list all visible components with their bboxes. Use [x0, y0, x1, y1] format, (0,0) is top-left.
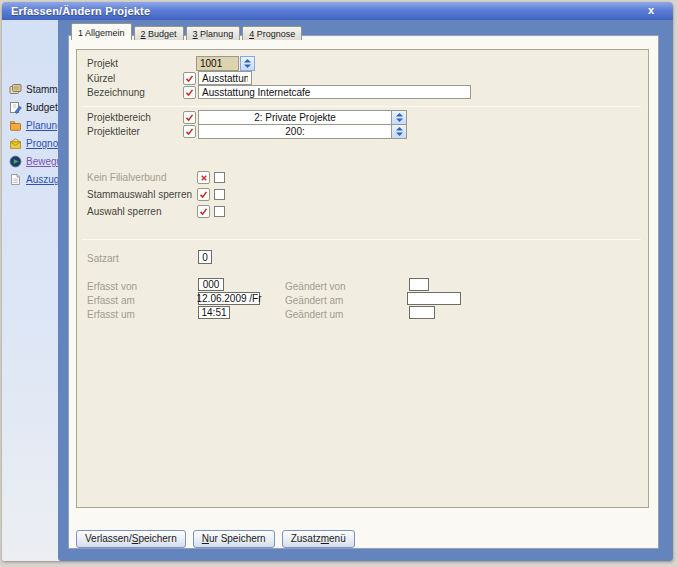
projektbereich-spinner[interactable] [391, 111, 406, 124]
check-icon [185, 127, 194, 136]
bezeichnung-input[interactable] [198, 85, 471, 99]
button-label: Verlassen/ [85, 533, 132, 544]
button-label: ur Speichern [209, 533, 266, 544]
budget-icon [9, 101, 22, 114]
kein-filialverbund-validate-button[interactable] [197, 171, 210, 184]
planung-icon [9, 119, 22, 132]
geaendert-um-label: Geändert um [285, 309, 343, 320]
titlebar: Erfassen/Ändern Projekte x [2, 2, 673, 20]
tab-label: Budget [146, 29, 177, 39]
geaendert-am-value [407, 292, 461, 305]
zusatzmenu-button[interactable]: Zusatzmenü [282, 530, 355, 548]
kein-filialverbund-label: Kein Filialverbund [87, 172, 167, 183]
satzart-label: Satzart [87, 253, 119, 264]
tab-strip: 1 Allgemein 2 Budget 3 Planung 4 Prognos… [71, 22, 304, 40]
separator [82, 239, 641, 240]
projekt-input[interactable] [196, 56, 239, 71]
satzart-value: 0 [198, 250, 212, 264]
tab-label: Prognose [254, 29, 295, 39]
geaendert-um-value [409, 306, 435, 319]
window-body: Stammblatt Budget Planung Prognose Beweg… [2, 20, 673, 561]
window-title: Erfassen/Ändern Projekte [2, 5, 150, 17]
tab-prognose[interactable]: 4 Prognose [242, 26, 302, 40]
app-window: Erfassen/Ändern Projekte x Stammblatt Bu… [2, 2, 673, 561]
tab-content-allgemein: Projekt Kürzel [68, 35, 659, 549]
button-row: Verlassen/Speichern Nur Speichern Zusatz… [76, 530, 355, 548]
stammauswahl-sperren-checkbox[interactable] [214, 189, 225, 200]
erfasst-am-label: Erfasst am [87, 295, 135, 306]
kuerzel-input[interactable] [198, 71, 252, 85]
tab-budget[interactable]: 2 Budget [134, 26, 184, 40]
erfasst-von-label: Erfasst von [87, 281, 137, 292]
button-label: enü [329, 533, 346, 544]
button-mnemonic: m [321, 533, 329, 544]
geaendert-von-label: Geändert von [285, 281, 346, 292]
verlassen-speichern-button[interactable]: Verlassen/Speichern [76, 530, 186, 548]
invalid-x-icon [200, 174, 208, 182]
sidebar-item-planung[interactable]: Planung [9, 119, 63, 132]
nur-speichern-button[interactable]: Nur Speichern [193, 530, 275, 548]
sidebar-item-budget[interactable]: Budget [9, 101, 58, 114]
sidebar-item-auszug[interactable]: Auszug [9, 173, 59, 186]
geaendert-von-value [409, 278, 429, 291]
main-frame: 1 Allgemein 2 Budget 3 Planung 4 Prognos… [58, 20, 673, 561]
check-icon [185, 74, 194, 83]
stammblatt-icon [9, 83, 22, 96]
separator [82, 106, 641, 107]
button-label: Zusatz [291, 533, 321, 544]
kuerzel-label: Kürzel [87, 73, 115, 84]
projektbereich-validate-button[interactable] [183, 111, 196, 124]
erfasst-von-value: 000 [198, 278, 224, 291]
tab-label: Planung [198, 29, 234, 39]
prognose-icon [9, 137, 22, 150]
geaendert-am-label: Geändert am [285, 295, 343, 306]
projektbereich-value: 2: Private Projekte [199, 111, 391, 124]
auswahl-sperren-label: Auswahl sperren [87, 206, 161, 217]
auszug-icon [9, 173, 22, 186]
projektleiter-spinner[interactable] [391, 125, 406, 138]
projektleiter-value: 200: [199, 125, 391, 138]
sidebar: Stammblatt Budget Planung Prognose Beweg… [2, 20, 58, 561]
button-label: peichern [138, 533, 176, 544]
spinner-arrows-icon [244, 59, 251, 68]
bewegung-icon [9, 155, 22, 168]
auswahl-sperren-validate-button[interactable] [197, 205, 210, 218]
projektleiter-label: Projektleiter [87, 126, 140, 137]
auswahl-sperren-checkbox[interactable] [214, 206, 225, 217]
stammauswahl-sperren-label: Stammauswahl sperren [87, 189, 192, 200]
projekt-label: Projekt [87, 58, 118, 69]
tab-label: Allgemein [83, 28, 125, 38]
close-button[interactable]: x [643, 3, 659, 18]
kuerzel-validate-button[interactable] [183, 72, 196, 85]
spinner-arrows-icon [396, 127, 403, 136]
projektleiter-validate-button[interactable] [183, 125, 196, 138]
erfasst-um-label: Erfasst um [87, 309, 135, 320]
sidebar-item-label: Budget [26, 102, 58, 113]
projektleiter-select[interactable]: 200: [198, 124, 407, 139]
tab-planung[interactable]: 3 Planung [186, 26, 241, 40]
projektbereich-select[interactable]: 2: Private Projekte [198, 110, 407, 125]
stammauswahl-sperren-validate-button[interactable] [197, 188, 210, 201]
tab-allgemein[interactable]: 1 Allgemein [71, 23, 132, 40]
projekt-spinner[interactable] [240, 56, 255, 71]
form-panel: Projekt Kürzel [76, 49, 649, 508]
check-icon [185, 113, 194, 122]
kein-filialverbund-checkbox[interactable] [214, 172, 225, 183]
spinner-arrows-icon [396, 113, 403, 122]
erfasst-am-value: 12.06.2009 /Fr [198, 292, 260, 305]
close-icon: x [648, 4, 654, 16]
bezeichnung-label: Bezeichnung [87, 87, 145, 98]
check-icon [199, 190, 208, 199]
button-mnemonic: N [202, 533, 209, 544]
check-icon [199, 207, 208, 216]
desktop-background: Erfassen/Ändern Projekte x Stammblatt Bu… [0, 0, 678, 567]
projektbereich-label: Projektbereich [87, 112, 151, 123]
erfasst-um-value: 14:51 [198, 306, 230, 319]
sidebar-item-label: Auszug [26, 174, 59, 185]
bezeichnung-validate-button[interactable] [183, 86, 196, 99]
check-icon [185, 88, 194, 97]
